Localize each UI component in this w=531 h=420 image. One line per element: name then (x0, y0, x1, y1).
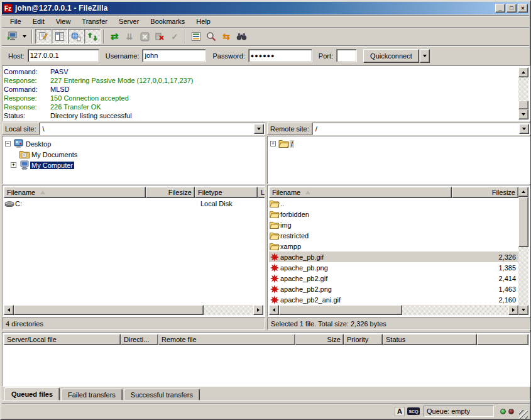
directory-comparison-button[interactable] (204, 29, 219, 44)
host-input[interactable]: 127.0.0.1 (28, 49, 99, 62)
title-bar[interactable]: Fz john@127.0.0.1 - FileZilla _ □ × (2, 2, 529, 14)
resize-grip[interactable] (519, 410, 528, 419)
scroll-up-button[interactable] (518, 187, 528, 197)
scroll-thumb[interactable] (14, 305, 204, 315)
directory-listing-filters-button[interactable] (189, 29, 204, 44)
menu-edit[interactable]: Edit (27, 16, 50, 26)
remote-file-row[interactable]: restricted (269, 230, 518, 241)
scroll-left-button[interactable] (269, 305, 279, 315)
remote-file-row[interactable]: .. (269, 198, 518, 209)
column-header-remote-file[interactable]: Remote file (158, 334, 295, 345)
toolbar-separator (31, 30, 33, 43)
scroll-down-button[interactable] (518, 109, 528, 119)
column-header-priority[interactable]: Priority (344, 334, 383, 345)
port-input[interactable] (336, 49, 357, 62)
scroll-up-button[interactable] (518, 67, 528, 77)
disconnect-button[interactable] (152, 29, 167, 44)
remote-file-row[interactable]: apache_pb.png 1,385 (269, 262, 518, 273)
column-header-last-modified[interactable]: L (258, 187, 265, 198)
tree-item-label: My Documents (30, 151, 79, 158)
file-name: apache_pb2_ani.gif (280, 296, 456, 304)
scroll-thumb[interactable] (518, 101, 528, 109)
menu-transfer[interactable]: Transfer (76, 16, 113, 26)
column-header-filesize[interactable]: Filesize (452, 187, 518, 198)
tab-queued-files[interactable]: Queued files (4, 387, 60, 401)
collapse-icon[interactable]: − (5, 141, 11, 146)
scroll-right-button[interactable] (508, 305, 518, 315)
remote-site-dropdown[interactable] (519, 124, 529, 134)
expand-icon[interactable]: + (270, 141, 276, 146)
scroll-thumb[interactable] (518, 197, 528, 247)
column-header-filename[interactable]: Filename (4, 187, 146, 198)
remote-file-row[interactable]: xampp (269, 241, 518, 251)
menu-file[interactable]: File (4, 16, 27, 26)
scroll-left-button[interactable] (4, 305, 14, 315)
column-header-direction[interactable]: Directi... (121, 334, 158, 345)
abort-button[interactable]: ✓ (167, 29, 182, 44)
quickconnect-button[interactable]: Quickconnect (363, 49, 419, 63)
local-site-combo[interactable]: \ (40, 123, 265, 135)
menu-server[interactable]: Server (113, 16, 145, 26)
remote-file-row[interactable]: apache_pb2.png 1,463 (269, 284, 518, 294)
column-header-filesize[interactable]: Filesize (146, 187, 195, 198)
tree-item-my-documents[interactable]: My Documents (5, 149, 265, 160)
refresh-button[interactable]: ⇄ (107, 29, 122, 44)
tree-item-root[interactable]: + / (270, 138, 530, 149)
port-label: Port: (319, 52, 333, 60)
column-header-server-local-file[interactable]: Server/Local file (4, 334, 121, 345)
file-name: C: (15, 200, 146, 207)
expand-icon[interactable]: + (11, 162, 16, 168)
tree-item-my-computer[interactable]: + My Computer (5, 160, 265, 170)
process-queue-button[interactable]: ⇊ (122, 29, 137, 44)
password-input[interactable]: ●●●●●● (248, 49, 312, 62)
remote-site-combo[interactable]: / (312, 123, 530, 135)
menu-help[interactable]: Help (190, 16, 216, 26)
local-file-row[interactable]: C: Local Disk (4, 198, 263, 209)
remote-file-row[interactable]: apache_pb2_ani.gif 2,160 (269, 294, 518, 305)
remote-file-row[interactable]: img (269, 219, 518, 230)
remote-file-row-selected[interactable]: apache_pb.gif 2,326 (269, 251, 518, 262)
synchronized-browsing-button[interactable]: ⇆ (219, 29, 234, 44)
remote-file-list: Filename Filesize .. forbidden img restr (267, 185, 530, 317)
tree-item-desktop[interactable]: − Desktop (5, 138, 265, 149)
remote-horizontal-scrollbar[interactable] (269, 305, 518, 315)
column-header-status[interactable]: Status (383, 334, 477, 345)
remote-file-row[interactable]: apache_pb2.gif 2,414 (269, 273, 518, 284)
cancel-operation-button[interactable] (137, 29, 152, 44)
site-manager-dropdown[interactable] (20, 29, 29, 44)
remote-file-row[interactable]: forbidden (269, 209, 518, 219)
menu-bookmarks[interactable]: Bookmarks (145, 16, 190, 26)
site-manager-icon[interactable] (5, 29, 20, 44)
menu-view[interactable]: View (50, 16, 77, 26)
column-header-filetype[interactable]: Filetype (195, 187, 258, 198)
scroll-thumb[interactable] (279, 305, 402, 315)
arrow-right-icon (512, 308, 515, 312)
image-file-icon (269, 263, 280, 272)
toggle-local-treeview-button[interactable] (52, 29, 68, 44)
local-site-dropdown[interactable] (254, 124, 264, 134)
queue-status: Queue: empty (424, 406, 494, 417)
minimize-button[interactable]: _ (495, 4, 505, 13)
local-horizontal-scrollbar[interactable] (4, 305, 263, 315)
column-header-filename[interactable]: Filename (269, 187, 452, 198)
find-files-button[interactable] (234, 29, 249, 44)
maximize-button[interactable]: □ (506, 4, 517, 13)
column-header-size[interactable]: Size (295, 334, 344, 345)
quickconnect-dropdown[interactable] (420, 49, 430, 63)
arrow-up-icon (522, 71, 525, 74)
remote-list-rows: .. forbidden img restricted xampp (269, 198, 518, 305)
tab-successful-transfers[interactable]: Successful transfers (124, 389, 200, 401)
status-bar: A SCQ Queue: empty (2, 403, 530, 419)
tab-failed-transfers[interactable]: Failed transfers (61, 389, 123, 401)
toggle-message-log-button[interactable] (35, 29, 52, 44)
username-input[interactable]: john (142, 49, 206, 62)
file-size: 2,160 (456, 296, 518, 304)
toggle-transfer-queue-button[interactable] (84, 29, 101, 44)
scroll-down-button[interactable] (518, 305, 528, 315)
scroll-right-button[interactable] (253, 305, 263, 315)
log-vertical-scrollbar[interactable] (518, 67, 528, 119)
file-name: .. (280, 200, 456, 207)
close-button[interactable]: × (518, 4, 528, 13)
remote-vertical-scrollbar[interactable] (518, 187, 528, 315)
toggle-remote-treeview-button[interactable] (68, 29, 84, 44)
